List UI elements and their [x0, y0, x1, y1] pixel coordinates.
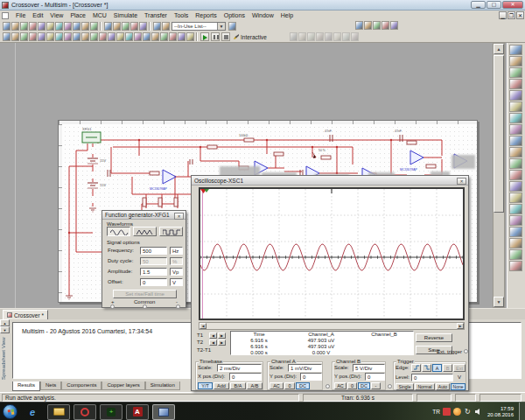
tray-flag-icon[interactable] — [443, 408, 451, 416]
graphics-button[interactable] — [178, 32, 186, 41]
current-clamp-button[interactable] — [509, 261, 522, 271]
zoom-out-button[interactable] — [364, 21, 372, 30]
scope-hscrollbar[interactable]: ◀ ▶ — [199, 322, 465, 330]
scope-title-bar[interactable]: Oscilloscope-XSC1 ✕ — [192, 176, 468, 186]
hierarchical-block-button[interactable] — [151, 32, 159, 41]
connector-button[interactable] — [134, 32, 142, 41]
menu-help[interactable]: Help — [277, 12, 297, 18]
database-manager-button[interactable] — [122, 22, 130, 31]
terminal-minus[interactable] — [176, 304, 180, 309]
in-use-list-dropdown[interactable]: --In-Use List--▼ — [172, 22, 226, 31]
basic-button[interactable] — [11, 32, 19, 41]
rf-button[interactable] — [116, 32, 124, 41]
frequency-input[interactable]: 500 — [140, 247, 167, 255]
function-generator-symbol[interactable]: XFG1 — [82, 127, 101, 143]
spreadsheet-view-button[interactable] — [113, 22, 121, 31]
analog-button[interactable] — [38, 32, 46, 41]
tab-copper-layers[interactable]: Copper layers — [102, 382, 144, 390]
reverse-button[interactable]: Reverse — [416, 333, 452, 342]
channel-b-scale-input[interactable]: 5 V/Div — [353, 364, 385, 372]
offset-input[interactable]: 0 — [140, 278, 167, 286]
channel-b-pos-input[interactable]: 0 — [365, 373, 385, 381]
interactive-label[interactable]: Interactive — [241, 34, 267, 40]
trigger-auto-button[interactable]: Auto — [436, 383, 450, 390]
zoom-fit-button[interactable] — [382, 21, 389, 30]
electromechanical-button[interactable] — [125, 32, 133, 41]
menu-options[interactable]: Options — [220, 12, 248, 18]
transistor-button[interactable] — [29, 32, 37, 41]
amplitude-unit[interactable]: Vp — [170, 268, 183, 276]
open-button[interactable] — [11, 22, 19, 31]
tray-volume-icon[interactable] — [474, 408, 482, 416]
ext-trigger-radio[interactable] — [464, 349, 468, 354]
redo-button[interactable] — [90, 22, 98, 31]
menu-tools[interactable]: Tools — [171, 12, 192, 18]
stop-simulation-button[interactable] — [221, 32, 230, 41]
multisim-taskbar-icon[interactable] — [152, 404, 175, 420]
explorer-folder-icon[interactable] — [47, 404, 70, 420]
spectrum-analyzer-button[interactable] — [509, 181, 522, 192]
frequency-counter-button[interactable] — [509, 113, 522, 123]
tab-simulation[interactable]: Simulation — [145, 382, 180, 390]
battery-v1[interactable]: 15V — [88, 158, 106, 164]
function-generator-button[interactable] — [509, 56, 522, 66]
four-channel-oscilloscope-button[interactable] — [509, 90, 522, 101]
power-button[interactable] — [81, 32, 89, 41]
channel-b-zero-button[interactable]: 0 — [347, 382, 357, 389]
trigger-level-input[interactable]: 0 — [411, 374, 453, 382]
language-indicator[interactable]: TR — [432, 409, 440, 415]
channel-a-ac-button[interactable]: AC — [270, 382, 284, 389]
t2-right-button[interactable]: ▶ — [218, 340, 226, 346]
scroll-up-button[interactable]: ▲ — [494, 44, 504, 54]
save-button[interactable] — [29, 22, 37, 31]
tab-components[interactable]: Components — [61, 382, 102, 390]
menu-mcu[interactable]: MCU — [89, 12, 110, 18]
word-generator-button[interactable] — [509, 124, 522, 135]
indicator-button[interactable] — [90, 32, 98, 41]
scrollbar-thumb[interactable] — [494, 55, 504, 213]
scroll-down-button[interactable]: ▼ — [494, 297, 504, 307]
channel-a-zero-button[interactable]: 0 — [284, 382, 295, 389]
comment-button[interactable] — [186, 32, 194, 41]
mdi-minimize-button[interactable]: ▁ — [499, 11, 507, 19]
breadboard-button[interactable] — [130, 22, 138, 31]
t1-left-button[interactable]: ◀ — [209, 332, 217, 339]
wattmeter-button[interactable] — [509, 67, 522, 78]
edge-rising-icon[interactable] — [411, 364, 421, 372]
misc-digital-button[interactable] — [64, 32, 72, 41]
pause-simulation-button[interactable] — [211, 32, 220, 41]
cut-button[interactable] — [55, 22, 63, 31]
postprocessor-button[interactable] — [153, 22, 161, 31]
panel-expand-button[interactable]: ▲ — [0, 319, 10, 326]
multimeter-button[interactable] — [509, 45, 522, 55]
internet-explorer-icon[interactable]: e — [21, 404, 44, 420]
undo-button[interactable] — [81, 22, 89, 31]
logic-converter-button[interactable] — [509, 136, 522, 146]
add-mode-button[interactable]: Add — [214, 382, 229, 389]
print-preview-button[interactable] — [46, 22, 54, 31]
run-simulation-button[interactable] — [200, 32, 209, 41]
scroll-right-button[interactable]: ▶ — [457, 323, 464, 329]
mdi-restore-button[interactable]: ❐ — [508, 11, 515, 19]
copy-button[interactable] — [64, 22, 72, 31]
component-wizard-button[interactable] — [228, 22, 236, 31]
ba-mode-button[interactable]: B/A — [230, 382, 246, 389]
tray-update-icon[interactable]: ↻ — [464, 408, 472, 416]
trigger-source-a-button[interactable]: A — [432, 364, 442, 372]
design-toolbox-button[interactable] — [104, 22, 112, 31]
fgen-close-icon[interactable]: ✕ — [174, 213, 184, 220]
tab-nets[interactable]: Nets — [40, 382, 61, 390]
terminal-common[interactable] — [143, 304, 147, 309]
mdi-close-button[interactable]: ✕ — [516, 11, 524, 19]
show-desktop-button[interactable] — [519, 402, 525, 420]
terminal-plus[interactable] — [110, 304, 115, 309]
menu-simulate[interactable]: Simulate — [110, 12, 141, 18]
menu-reports[interactable]: Reports — [192, 12, 220, 18]
agilent-oscilloscope-button[interactable] — [509, 227, 522, 237]
function-generator-dialog[interactable]: Function generator-XFG1 ✕ Waveforms Sign… — [102, 210, 186, 308]
menu-transfer[interactable]: Transfer — [141, 12, 171, 18]
logic-analyzer-button[interactable] — [509, 147, 522, 158]
offset-unit[interactable]: V — [170, 278, 183, 286]
channel-b-minus-button[interactable]: - — [371, 382, 381, 389]
diode-button[interactable] — [20, 32, 28, 41]
